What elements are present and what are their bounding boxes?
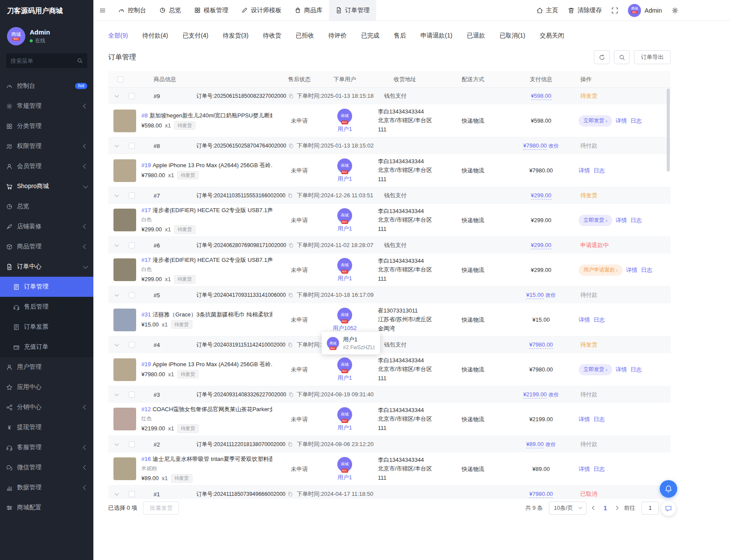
nav-item[interactable]: 订单管理 bbox=[329, 0, 376, 21]
detail-link[interactable]: 详情 bbox=[579, 416, 590, 423]
sidebar-item[interactable]: 控制台hot bbox=[0, 76, 93, 96]
admin-profile[interactable]: 商城 B2C Admin 在线 bbox=[0, 22, 93, 49]
product-name[interactable]: #17漫步者(EDIFIER) HECATE G2专业版 USB7.1声道 ..… bbox=[141, 256, 272, 264]
product-name[interactable]: #8新加坡hegen新生儿240ml宽口奶瓶PPSU婴儿断奶... bbox=[141, 112, 272, 120]
row-checkbox[interactable] bbox=[129, 392, 135, 398]
refresh-button[interactable] bbox=[594, 50, 610, 64]
ship-now-button[interactable]: 立即发货› bbox=[579, 364, 612, 375]
status-tab[interactable]: 待发货(3) bbox=[223, 32, 248, 40]
status-tab[interactable]: 待评价 bbox=[329, 32, 347, 40]
buyer-name[interactable]: 用户1 bbox=[337, 225, 352, 233]
sidebar-item[interactable]: 总览 bbox=[0, 196, 93, 216]
buyer-name[interactable]: 用户1 bbox=[337, 424, 352, 432]
prev-page-button[interactable] bbox=[592, 506, 596, 510]
buyer-name[interactable]: 用户1 bbox=[337, 474, 352, 481]
log-link[interactable]: 日志 bbox=[593, 465, 605, 473]
order-amount-link[interactable]: ¥598.00 bbox=[531, 93, 552, 100]
status-tab[interactable]: 已完成 bbox=[361, 32, 380, 40]
sidebar-item[interactable]: 会员管理 bbox=[0, 156, 93, 176]
copy-icon[interactable] bbox=[288, 243, 294, 248]
sidebar-item[interactable]: 订单发票 bbox=[0, 317, 93, 337]
collapse-row-icon[interactable] bbox=[115, 193, 119, 197]
collapse-row-icon[interactable] bbox=[115, 392, 119, 396]
sidebar-item[interactable]: 应用中心 bbox=[0, 377, 93, 397]
sidebar-item[interactable]: 商城配置 bbox=[0, 498, 93, 518]
nav-item[interactable]: 商品库 bbox=[288, 0, 329, 21]
product-name[interactable]: #31洁丽雅（Grace）3条抗菌新疆棉毛巾 纯棉柔软家... bbox=[141, 311, 272, 319]
order-amount-link[interactable]: ¥7980.00 bbox=[523, 142, 547, 150]
copy-icon[interactable] bbox=[288, 292, 293, 298]
settings-gear-icon[interactable] bbox=[672, 7, 679, 14]
log-link[interactable]: 日志 bbox=[631, 366, 642, 374]
sidebar-item[interactable]: 店铺装修 bbox=[0, 216, 93, 237]
modify-price-link[interactable]: 改价 bbox=[548, 142, 559, 150]
sidebar-item[interactable]: 客服管理 bbox=[0, 437, 93, 457]
collapse-row-icon[interactable] bbox=[115, 143, 119, 148]
copy-icon[interactable] bbox=[288, 491, 293, 497]
buyer-avatar[interactable]: 商城B2C bbox=[337, 457, 352, 472]
nav-item[interactable]: 模板管理 bbox=[188, 0, 235, 21]
log-link[interactable]: 日志 bbox=[593, 416, 605, 423]
buyer-avatar[interactable]: 商城B2C bbox=[337, 407, 352, 422]
status-tab[interactable]: 已退款 bbox=[467, 32, 485, 40]
log-link[interactable]: 日志 bbox=[631, 216, 642, 224]
copy-icon[interactable] bbox=[288, 93, 294, 99]
search-button[interactable] bbox=[614, 50, 630, 64]
collapse-row-icon[interactable] bbox=[115, 442, 119, 446]
detail-link[interactable]: 详情 bbox=[626, 266, 637, 274]
status-tab[interactable]: 申请退款(1) bbox=[421, 32, 452, 40]
sidebar-item[interactable]: 分类管理 bbox=[0, 116, 93, 136]
order-amount-link[interactable]: ¥299.00 bbox=[531, 242, 552, 249]
row-checkbox[interactable] bbox=[129, 491, 135, 497]
product-name[interactable]: #16迪士尼儿童水杯带吸管 tritan夏季可爱双饮塑料壶... bbox=[141, 455, 272, 463]
sidebar-item[interactable]: 分销中心 bbox=[0, 397, 93, 417]
sidebar-item[interactable]: 常规管理 bbox=[0, 96, 93, 116]
detail-link[interactable]: 详情 bbox=[579, 465, 590, 473]
collapse-row-icon[interactable] bbox=[115, 243, 119, 247]
status-tab[interactable]: 已支付(4) bbox=[182, 32, 208, 40]
next-page-button[interactable] bbox=[614, 506, 619, 510]
menu-toggle-icon[interactable] bbox=[93, 0, 112, 21]
row-checkbox[interactable] bbox=[129, 93, 135, 99]
product-name[interactable]: #17漫步者(EDIFIER) HECATE G2专业版 USB7.1声道 ..… bbox=[141, 206, 272, 214]
notification-button[interactable] bbox=[660, 480, 677, 498]
menu-search-input[interactable] bbox=[10, 58, 77, 64]
table-scrollbar[interactable] bbox=[667, 89, 670, 172]
status-tab[interactable]: 已取消(1) bbox=[500, 32, 525, 40]
buyer-avatar[interactable]: 商城B2C bbox=[337, 109, 352, 124]
refund-request-button[interactable]: 用户申请退款› bbox=[579, 265, 623, 276]
fullscreen-icon[interactable] bbox=[611, 7, 618, 14]
nav-item[interactable]: 设计师模板 bbox=[235, 0, 288, 21]
product-name[interactable]: #19Apple iPhone 13 Pro Max (A2644) 256GB… bbox=[141, 361, 272, 368]
status-tab[interactable]: 全部(9) bbox=[108, 32, 128, 40]
detail-link[interactable]: 详情 bbox=[616, 117, 627, 125]
goto-page-input[interactable] bbox=[641, 502, 659, 515]
buyer-name[interactable]: 用户1 bbox=[337, 125, 352, 133]
buyer-avatar[interactable]: 商城B2C bbox=[337, 357, 352, 372]
row-checkbox[interactable] bbox=[129, 143, 135, 149]
buyer-name[interactable]: 用户1052 bbox=[333, 324, 357, 332]
select-all-checkbox[interactable] bbox=[117, 76, 123, 82]
order-amount-link[interactable]: ¥89.00 bbox=[526, 441, 544, 448]
ship-now-button[interactable]: 立即发货› bbox=[579, 215, 612, 226]
row-checkbox[interactable] bbox=[129, 192, 135, 199]
row-checkbox[interactable] bbox=[129, 441, 135, 447]
sidebar-item[interactable]: 订单管理 bbox=[0, 277, 93, 297]
collapse-row-icon[interactable] bbox=[115, 93, 119, 98]
log-link[interactable]: 日志 bbox=[631, 117, 642, 125]
batch-ship-button[interactable]: 批量发货 bbox=[143, 502, 179, 515]
detail-link[interactable]: 详情 bbox=[579, 316, 590, 324]
admin-menu[interactable]: 商城 B2C Admin bbox=[628, 4, 662, 17]
order-amount-link[interactable]: ¥7980.00 bbox=[529, 341, 553, 349]
modify-price-link[interactable]: 改价 bbox=[545, 441, 556, 448]
current-page[interactable]: 1 bbox=[602, 505, 609, 512]
buyer-avatar[interactable]: 商城B2C bbox=[337, 258, 352, 273]
copy-icon[interactable] bbox=[288, 143, 294, 148]
buyer-name[interactable]: 用户1 bbox=[337, 175, 352, 183]
row-checkbox[interactable] bbox=[129, 242, 135, 248]
detail-link[interactable]: 详情 bbox=[579, 167, 590, 175]
sidebar-item[interactable]: 售后管理 bbox=[0, 297, 93, 317]
status-tab[interactable]: 已拒收 bbox=[296, 32, 314, 40]
order-amount-link[interactable]: ¥2199.00 bbox=[523, 391, 547, 399]
log-link[interactable]: 日志 bbox=[593, 167, 605, 175]
